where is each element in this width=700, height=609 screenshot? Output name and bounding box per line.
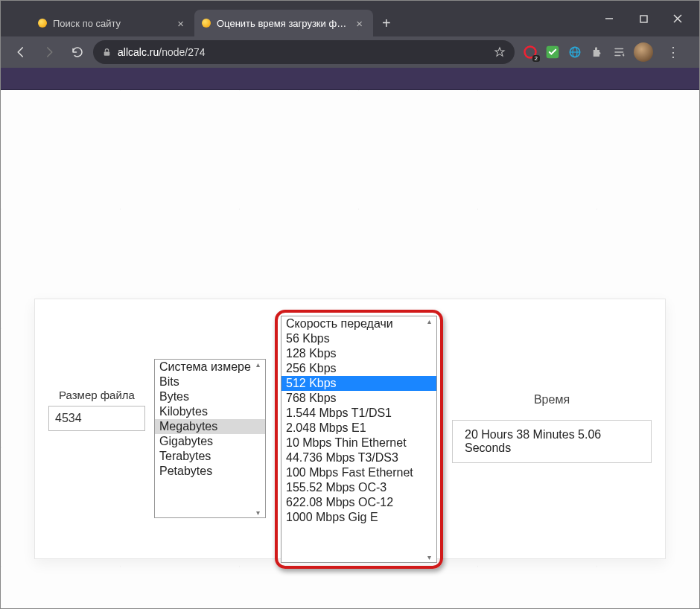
url-text: allcalc.ru/node/274	[118, 46, 488, 58]
back-button[interactable]	[8, 39, 34, 65]
window-controls	[592, 1, 699, 36]
list-item[interactable]: 128 Kbps	[281, 346, 436, 361]
extensions-area: 2 ⋮	[518, 42, 692, 62]
speed-highlight-frame: ▴ Скорость передачи56 Kbps128 Kbps256 Kb…	[275, 310, 443, 569]
unit-listbox[interactable]: ▴ Система измереBitsBytesKilobytesMegaby…	[154, 359, 266, 518]
list-item[interactable]: Система измере	[155, 360, 265, 374]
profile-avatar[interactable]	[634, 42, 653, 62]
file-size-input[interactable]	[48, 406, 145, 431]
forward-button[interactable]	[36, 39, 62, 65]
tab-active[interactable]: Оценить время загрузки файла ×	[194, 10, 373, 36]
file-size-label: Размер файла	[48, 389, 145, 401]
scroll-down-icon[interactable]: ▾	[423, 553, 435, 561]
list-item[interactable]: Gigabytes	[155, 434, 265, 449]
svg-rect-1	[640, 16, 647, 22]
favicon-icon	[38, 19, 47, 28]
star-icon[interactable]	[494, 46, 506, 58]
page-content: Размер файла ▴ Система измереBitsBytesKi…	[1, 68, 699, 608]
calculator-card: Размер файла ▴ Система измереBitsBytesKi…	[34, 299, 666, 559]
list-item[interactable]: Megabytes	[155, 419, 265, 434]
browser-window: Поиск по сайту × Оценить время загрузки …	[0, 0, 700, 609]
list-item[interactable]: 256 Kbps	[281, 361, 436, 376]
list-item[interactable]: 155.52 Mbps OC-3	[281, 480, 436, 495]
maximize-button[interactable]	[626, 4, 661, 34]
minimize-button[interactable]	[592, 4, 626, 34]
list-item[interactable]: 10 Mbps Thin Ethernet	[281, 436, 436, 450]
time-column: Время 20 Hours 38 Minutes 5.06 Seconds	[452, 393, 652, 463]
tab-title: Оценить время загрузки файла	[217, 18, 347, 29]
time-label: Время	[534, 393, 570, 406]
time-result: 20 Hours 38 Minutes 5.06 Seconds	[452, 420, 652, 463]
address-bar[interactable]: allcalc.ru/node/274	[93, 40, 515, 64]
list-item[interactable]: Скорость передачи	[281, 316, 436, 331]
list-item[interactable]: 1000 Mbps Gig E	[281, 510, 436, 525]
speed-column: ▴ Скорость передачи56 Kbps128 Kbps256 Kb…	[275, 314, 443, 569]
extension-badge: 2	[532, 55, 540, 62]
reading-list-icon[interactable]	[611, 44, 628, 60]
lock-icon	[102, 48, 112, 57]
scroll-up-icon[interactable]: ▴	[252, 360, 264, 369]
svg-rect-4	[104, 51, 110, 55]
close-icon[interactable]: ×	[353, 17, 366, 30]
list-item[interactable]: 2.048 Mbps E1	[281, 421, 436, 436]
reload-button[interactable]	[65, 39, 90, 65]
page-header-banner	[1, 68, 699, 90]
list-item[interactable]: Petabytes	[155, 464, 265, 479]
list-item[interactable]: Bytes	[155, 389, 265, 404]
favicon-icon	[202, 19, 211, 28]
speed-listbox[interactable]: ▴ Скорость передачи56 Kbps128 Kbps256 Kb…	[281, 316, 437, 563]
extension-globe-icon[interactable]	[567, 44, 583, 60]
list-item[interactable]: 622.08 Mbps OC-12	[281, 495, 436, 510]
unit-column: ▴ Система измереBitsBytesKilobytesMegaby…	[154, 359, 266, 518]
list-item[interactable]: 512 Kbps	[281, 376, 436, 391]
close-button[interactable]	[661, 4, 695, 34]
extensions-puzzle-icon[interactable]	[589, 44, 605, 60]
scroll-up-icon[interactable]: ▴	[423, 317, 435, 325]
list-item[interactable]: 768 Kbps	[281, 391, 436, 406]
extension-check-icon[interactable]	[544, 44, 561, 60]
scroll-down-icon[interactable]: ▾	[252, 508, 264, 517]
tab-title: Поиск по сайту	[53, 18, 168, 29]
list-item[interactable]: Terabytes	[155, 449, 265, 464]
close-icon[interactable]: ×	[174, 17, 187, 30]
extension-opera-icon[interactable]: 2	[522, 44, 538, 60]
titlebar: Поиск по сайту × Оценить время загрузки …	[1, 1, 699, 36]
file-size-column: Размер файла	[48, 389, 145, 431]
list-item[interactable]: 100 Mbps Fast Ethernet	[281, 465, 436, 480]
list-item[interactable]: 1.544 Mbps T1/DS1	[281, 406, 436, 421]
list-item[interactable]: Bits	[155, 374, 265, 389]
tab-inactive[interactable]: Поиск по сайту ×	[31, 10, 194, 36]
tab-strip: Поиск по сайту × Оценить время загрузки …	[1, 1, 592, 36]
list-item[interactable]: 44.736 Mbps T3/DS3	[281, 450, 436, 465]
menu-button[interactable]: ⋮	[659, 44, 687, 60]
list-item[interactable]: 56 Kbps	[281, 331, 436, 346]
list-item[interactable]: Kilobytes	[155, 404, 265, 419]
toolbar: allcalc.ru/node/274 2 ⋮	[1, 36, 699, 68]
new-tab-button[interactable]: +	[373, 10, 400, 36]
